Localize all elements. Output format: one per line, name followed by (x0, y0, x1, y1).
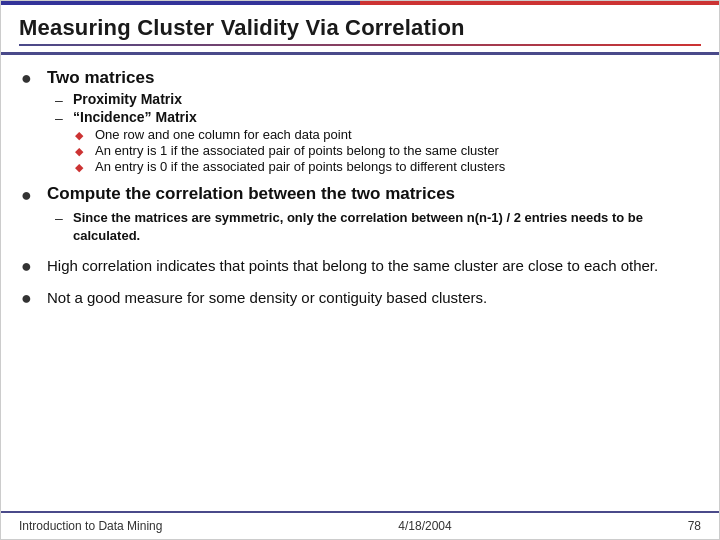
compute-section: ● Compute the correlation between the tw… (21, 184, 699, 245)
two-matrices-body: Two matrices – Proximity Matrix – “Incid… (47, 67, 699, 174)
diamond-item-2: ◆ An entry is 1 if the associated pair o… (75, 143, 699, 158)
proximity-matrix-item: – Proximity Matrix (55, 91, 699, 108)
high-body: High correlation indicates that points t… (47, 255, 699, 276)
dash-1: – (55, 92, 67, 108)
since-dash: – (55, 210, 67, 226)
slide: Measuring Cluster Validity Via Correlati… (0, 0, 720, 540)
not-text: Not a good measure for some density or c… (47, 287, 699, 308)
two-matrices-sub-items: – Proximity Matrix – “Incidence” Matrix … (55, 91, 699, 174)
not-body: Not a good measure for some density or c… (47, 287, 699, 308)
header-underline (19, 44, 701, 46)
diamond-text-1: One row and one column for each data poi… (95, 127, 352, 142)
since-item: – Since the matrices are symmetric, only… (55, 209, 699, 245)
compute-title: Compute the correlation between the two … (47, 184, 699, 204)
footer-mid: 4/18/2004 (398, 519, 451, 533)
incidence-matrix-item: – “Incidence” Matrix (55, 109, 699, 126)
diamond-items: ◆ One row and one column for each data p… (75, 127, 699, 174)
bullet-two-matrices: ● (21, 68, 37, 89)
diamond-icon-3: ◆ (75, 161, 89, 174)
footer-right: 78 (688, 519, 701, 533)
content: ● Two matrices – Proximity Matrix – “Inc… (1, 55, 719, 511)
diamond-text-3: An entry is 0 if the associated pair of … (95, 159, 505, 174)
high-text: High correlation indicates that points t… (47, 255, 699, 276)
diamond-item-3: ◆ An entry is 0 if the associated pair o… (75, 159, 699, 174)
two-matrices-section: ● Two matrices – Proximity Matrix – “Inc… (21, 67, 699, 174)
diamond-icon-2: ◆ (75, 145, 89, 158)
proximity-matrix-label: Proximity Matrix (73, 91, 182, 107)
footer-left: Introduction to Data Mining (19, 519, 162, 533)
slide-title: Measuring Cluster Validity Via Correlati… (19, 15, 701, 41)
high-section: ● High correlation indicates that points… (21, 255, 699, 277)
header: Measuring Cluster Validity Via Correlati… (1, 5, 719, 55)
diamond-item-1: ◆ One row and one column for each data p… (75, 127, 699, 142)
compute-body: Compute the correlation between the two … (47, 184, 699, 245)
bullet-not: ● (21, 288, 37, 309)
dash-2: – (55, 110, 67, 126)
incidence-matrix-label: “Incidence” Matrix (73, 109, 197, 125)
two-matrices-title: Two matrices (47, 67, 699, 89)
bullet-compute: ● (21, 185, 37, 206)
diamond-icon-1: ◆ (75, 129, 89, 142)
not-section: ● Not a good measure for some density or… (21, 287, 699, 309)
since-text: Since the matrices are symmetric, only t… (73, 209, 699, 245)
diamond-text-2: An entry is 1 if the associated pair of … (95, 143, 499, 158)
bullet-high: ● (21, 256, 37, 277)
footer: Introduction to Data Mining 4/18/2004 78 (1, 511, 719, 539)
